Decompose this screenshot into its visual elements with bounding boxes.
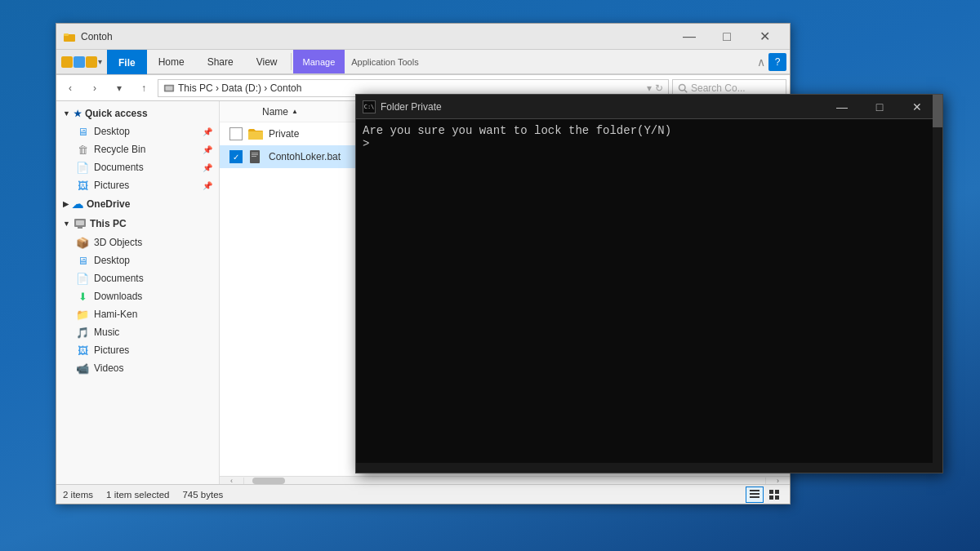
ribbon-collapse-icon[interactable]: ∧ bbox=[757, 56, 765, 69]
cmd-title: Folder Private bbox=[381, 101, 823, 113]
sidebar-item-documents-pc[interactable]: 📄 Documents bbox=[56, 269, 219, 287]
window-controls: — □ ✕ bbox=[670, 24, 783, 50]
forward-button[interactable]: › bbox=[84, 78, 105, 99]
cmd-window: C:\ Folder Private — □ ✕ Are you sure yo… bbox=[355, 94, 943, 473]
svg-rect-13 bbox=[750, 490, 760, 491]
qat-dropdown-icon[interactable]: ▾ bbox=[98, 57, 102, 66]
tab-file[interactable]: File bbox=[107, 50, 147, 74]
address-refresh-icon[interactable]: ↻ bbox=[655, 82, 663, 94]
sidebar-item-3d-objects[interactable]: 📦 3D Objects bbox=[56, 233, 219, 251]
close-button[interactable]: ✕ bbox=[746, 24, 783, 50]
sidebar-item-pictures[interactable]: 🖼 Pictures 📌 bbox=[56, 176, 219, 194]
large-icons-view-button[interactable] bbox=[765, 487, 783, 503]
application-tools-label: Application Tools bbox=[345, 50, 425, 73]
sidebar-item-label: Recycle Bin bbox=[94, 144, 145, 155]
chevron-down-icon: ▶ bbox=[63, 200, 69, 208]
svg-point-4 bbox=[679, 84, 686, 91]
sidebar-item-documents[interactable]: 📄 Documents 📌 bbox=[56, 158, 219, 176]
sidebar-onedrive-header[interactable]: ▶ ☁ OneDrive bbox=[56, 194, 219, 214]
svg-rect-19 bbox=[775, 495, 779, 500]
details-view-button[interactable] bbox=[746, 487, 764, 503]
explorer-window-icon bbox=[63, 30, 76, 43]
file-checkbox-private[interactable] bbox=[229, 127, 243, 140]
cmd-line-1: Are you sure you want to lock the folder… bbox=[363, 124, 936, 137]
pictures-pc-icon: 🖼 bbox=[76, 344, 89, 357]
onedrive-label: OneDrive bbox=[87, 198, 130, 210]
cmd-bottom-scrollbar[interactable] bbox=[356, 463, 942, 473]
file-name: ContohLoker.bat bbox=[269, 151, 341, 162]
svg-rect-8 bbox=[78, 227, 82, 229]
sidebar-item-hami-ken[interactable]: 📁 Hami-Ken bbox=[56, 305, 219, 323]
folder-icon-private bbox=[247, 126, 264, 142]
sidebar-this-pc-header[interactable]: ▼ This PC bbox=[56, 214, 219, 233]
sidebar-item-label: Music bbox=[94, 327, 119, 338]
cmd-window-controls: — □ ✕ bbox=[823, 95, 936, 119]
sidebar-item-music[interactable]: 🎵 Music bbox=[56, 323, 219, 341]
sidebar-item-recycle-bin[interactable]: 🗑 Recycle Bin 📌 bbox=[56, 140, 219, 158]
svg-rect-7 bbox=[76, 220, 84, 225]
cmd-scrollbar[interactable] bbox=[933, 119, 942, 463]
tab-share[interactable]: Share bbox=[196, 50, 245, 73]
sidebar-item-label: Pictures bbox=[94, 344, 129, 356]
pin-icon: 📌 bbox=[203, 127, 212, 136]
sidebar-item-downloads[interactable]: ⬇ Downloads bbox=[56, 287, 219, 305]
up-button[interactable]: ↑ bbox=[133, 78, 154, 99]
videos-icon: 📹 bbox=[76, 362, 89, 375]
cmd-window-icon: C:\ bbox=[363, 100, 376, 113]
ribbon: ▾ File Home Share View Manage Applicatio… bbox=[56, 50, 790, 75]
file-size: 745 bytes bbox=[182, 490, 223, 500]
sidebar-item-videos[interactable]: 📹 Videos bbox=[56, 359, 219, 377]
cmd-scroll-thumb[interactable] bbox=[933, 119, 942, 127]
file-checkbox-contohloker[interactable]: ✓ bbox=[229, 150, 243, 163]
tab-home[interactable]: Home bbox=[147, 50, 196, 73]
horizontal-scrollbar[interactable]: ‹ › bbox=[220, 476, 790, 484]
cmd-minimize-button[interactable]: — bbox=[823, 95, 861, 119]
desktop-pc-icon: 🖥 bbox=[76, 254, 89, 267]
svg-rect-12 bbox=[252, 156, 256, 157]
cmd-body[interactable]: Are you sure you want to lock the folder… bbox=[356, 119, 942, 463]
address-dropdown-icon[interactable]: ▾ bbox=[647, 82, 652, 94]
search-icon bbox=[678, 83, 688, 93]
column-name[interactable]: Name bbox=[262, 106, 288, 118]
chevron-down-icon: ▼ bbox=[63, 109, 70, 118]
chevron-down-icon: ▼ bbox=[63, 220, 70, 228]
svg-rect-17 bbox=[775, 490, 779, 494]
pin-icon: 📌 bbox=[203, 163, 212, 172]
cmd-close-button[interactable]: ✕ bbox=[898, 95, 936, 119]
sidebar-item-pictures-pc[interactable]: 🖼 Pictures bbox=[56, 341, 219, 359]
items-count: 2 items bbox=[63, 490, 93, 500]
qat-folder-icon bbox=[61, 56, 73, 68]
cmd-maximize-button[interactable]: □ bbox=[861, 95, 898, 119]
cmd-line-2: > bbox=[363, 137, 936, 150]
scroll-right-btn[interactable]: › bbox=[765, 478, 790, 484]
quick-access-label: Quick access bbox=[85, 108, 148, 119]
selected-count: 1 item selected bbox=[106, 490, 169, 500]
sidebar-item-label: Desktop bbox=[94, 255, 130, 266]
help-button[interactable]: ? bbox=[768, 53, 786, 71]
sidebar-item-desktop[interactable]: 🖥 Desktop 📌 bbox=[56, 122, 219, 140]
downloads-icon: ⬇ bbox=[76, 290, 89, 303]
this-pc-icon bbox=[74, 217, 87, 230]
explorer-titlebar: Contoh — □ ✕ bbox=[56, 24, 790, 50]
sidebar-quick-access-header[interactable]: ▼ ★ Quick access bbox=[56, 104, 219, 122]
this-pc-label: This PC bbox=[90, 218, 127, 229]
sort-arrow: ▲ bbox=[292, 108, 298, 115]
svg-rect-3 bbox=[166, 86, 173, 90]
maximize-button[interactable]: □ bbox=[708, 24, 746, 50]
large-icons-view-icon bbox=[768, 489, 780, 500]
recent-locations-button[interactable]: ▾ bbox=[109, 78, 130, 99]
tab-manage[interactable]: Manage bbox=[293, 50, 345, 73]
sidebar-item-label: Videos bbox=[94, 362, 123, 374]
svg-rect-10 bbox=[252, 153, 258, 153]
minimize-button[interactable]: — bbox=[670, 24, 708, 50]
back-button[interactable]: ‹ bbox=[60, 78, 81, 99]
sidebar-item-label: Hami-Ken bbox=[94, 309, 137, 320]
sidebar-item-label: Pictures bbox=[94, 180, 129, 191]
folder-svg bbox=[247, 127, 264, 140]
status-bar: 2 items 1 item selected 745 bytes bbox=[56, 484, 790, 504]
sidebar-item-desktop-pc[interactable]: 🖥 Desktop bbox=[56, 251, 219, 269]
sidebar-item-label: Desktop bbox=[94, 126, 130, 137]
scroll-left-btn[interactable]: ‹ bbox=[220, 478, 244, 484]
tab-view[interactable]: View bbox=[245, 50, 289, 73]
h-scroll-thumb[interactable] bbox=[252, 478, 285, 484]
